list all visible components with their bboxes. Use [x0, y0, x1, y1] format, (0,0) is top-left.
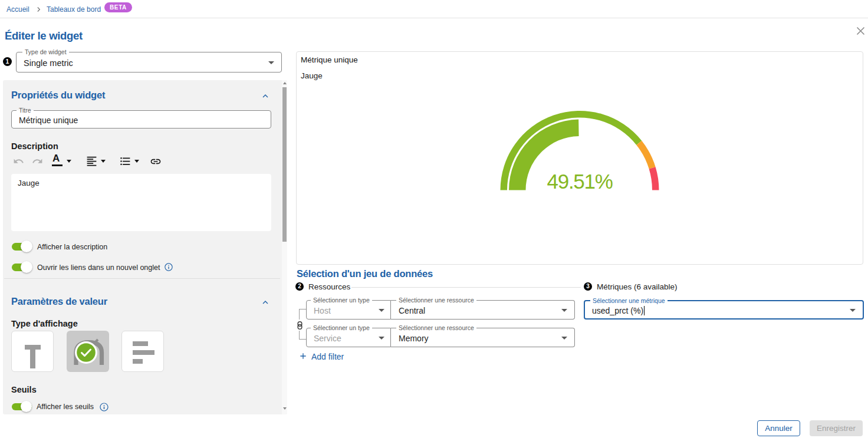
- svg-text:49.51%: 49.51%: [547, 170, 613, 192]
